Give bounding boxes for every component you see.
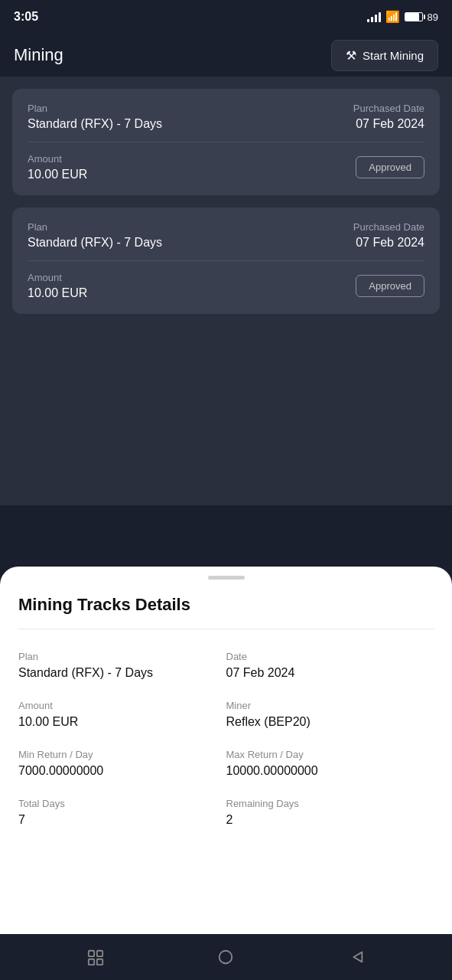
battery-percent: 89 <box>428 11 438 23</box>
detail-max-return-value: 10000.00000000 <box>226 764 434 778</box>
detail-miner-value: Reflex (BEP20) <box>226 715 434 729</box>
status-bar: 3:05 📶 89 <box>0 0 452 34</box>
detail-amount-value: 10.00 EUR <box>18 715 226 729</box>
card-2-plan-label: Plan <box>28 221 162 233</box>
card-2-amount-label: Amount <box>28 272 87 283</box>
detail-miner: Miner Reflex (BEP20) <box>226 692 434 741</box>
detail-min-return-value: 7000.00000000 <box>18 764 226 778</box>
detail-date: Date 07 Feb 2024 <box>226 643 434 692</box>
bottom-nav <box>0 934 452 980</box>
card-2-bottom-row: Amount 10.00 EUR Approved <box>28 272 424 300</box>
detail-amount-label: Amount <box>18 700 226 711</box>
detail-amount: Amount 10.00 EUR <box>18 692 226 741</box>
card-2-top-row: Plan Standard (RFX) - 7 Days Purchased D… <box>28 221 424 250</box>
start-mining-label: Start Mining <box>363 49 424 62</box>
svg-rect-2 <box>89 959 94 965</box>
card-2-divider <box>28 260 424 261</box>
svg-rect-3 <box>97 959 102 965</box>
card-1-plan-value: Standard (RFX) - 7 Days <box>28 117 162 131</box>
drag-handle[interactable] <box>208 576 245 580</box>
status-icons: 📶 89 <box>367 10 438 24</box>
svg-rect-0 <box>89 951 94 956</box>
detail-max-return-label: Max Return / Day <box>226 749 434 760</box>
page-header: Mining ⚒ Start Mining <box>0 34 452 77</box>
mining-card-2[interactable]: Plan Standard (RFX) - 7 Days Purchased D… <box>12 207 440 314</box>
card-1-date-col: Purchased Date 07 Feb 2024 <box>353 103 424 131</box>
card-2-plan-value: Standard (RFX) - 7 Days <box>28 236 162 250</box>
detail-remaining-days: Remaining Days 2 <box>226 790 434 839</box>
status-time: 3:05 <box>14 10 38 24</box>
card-1-amount-value: 10.00 EUR <box>28 168 87 181</box>
page-title: Mining <box>14 45 63 65</box>
nav-back-icon[interactable] <box>341 942 372 972</box>
detail-total-days: Total Days 7 <box>18 790 226 839</box>
nav-circle-icon[interactable] <box>210 942 241 972</box>
card-2-date-value: 07 Feb 2024 <box>353 236 424 250</box>
card-2-date-label: Purchased Date <box>353 221 424 233</box>
detail-remaining-days-label: Remaining Days <box>226 798 434 809</box>
start-mining-button[interactable]: ⚒ Start Mining <box>331 40 438 71</box>
card-2-plan-col: Plan Standard (RFX) - 7 Days <box>28 221 162 250</box>
hammer-icon: ⚒ <box>346 48 356 63</box>
mining-card-1[interactable]: Plan Standard (RFX) - 7 Days Purchased D… <box>12 89 440 195</box>
detail-max-return: Max Return / Day 10000.00000000 <box>226 741 434 790</box>
card-2-date-col: Purchased Date 07 Feb 2024 <box>353 221 424 250</box>
card-1-date-label: Purchased Date <box>353 103 424 114</box>
card-1-plan-label: Plan <box>28 103 162 114</box>
sheet-divider <box>18 629 434 629</box>
sheet-title: Mining Tracks Details <box>18 595 434 615</box>
signal-icon <box>367 11 381 22</box>
detail-total-days-label: Total Days <box>18 798 226 809</box>
detail-min-return-label: Min Return / Day <box>18 749 226 760</box>
detail-date-label: Date <box>226 651 434 662</box>
card-2-status-badge: Approved <box>356 275 424 297</box>
card-1-amount-label: Amount <box>28 153 87 165</box>
battery-icon <box>405 12 423 21</box>
detail-remaining-days-value: 2 <box>226 813 434 827</box>
wifi-icon: 📶 <box>385 10 400 24</box>
detail-grid: Plan Standard (RFX) - 7 Days Date 07 Feb… <box>18 643 434 839</box>
detail-plan-label: Plan <box>18 651 226 662</box>
detail-plan-value: Standard (RFX) - 7 Days <box>18 666 226 680</box>
card-1-amount-col: Amount 10.00 EUR <box>28 153 87 181</box>
card-1-plan-col: Plan Standard (RFX) - 7 Days <box>28 103 162 131</box>
svg-rect-1 <box>97 951 102 956</box>
detail-total-days-value: 7 <box>18 813 226 827</box>
card-2-amount-value: 10.00 EUR <box>28 286 87 300</box>
detail-min-return: Min Return / Day 7000.00000000 <box>18 741 226 790</box>
cards-area: Plan Standard (RFX) - 7 Days Purchased D… <box>0 77 452 505</box>
card-1-date-value: 07 Feb 2024 <box>353 117 424 131</box>
svg-marker-5 <box>353 952 362 962</box>
svg-point-4 <box>219 951 233 964</box>
nav-home-icon[interactable] <box>80 942 111 972</box>
bottom-sheet: Mining Tracks Details Plan Standard (RFX… <box>0 567 452 980</box>
detail-miner-label: Miner <box>226 700 434 711</box>
card-1-status-badge: Approved <box>356 156 424 178</box>
card-1-top-row: Plan Standard (RFX) - 7 Days Purchased D… <box>28 103 424 131</box>
detail-plan: Plan Standard (RFX) - 7 Days <box>18 643 226 692</box>
card-2-amount-col: Amount 10.00 EUR <box>28 272 87 300</box>
card-1-divider <box>28 142 424 142</box>
card-1-bottom-row: Amount 10.00 EUR Approved <box>28 153 424 181</box>
detail-date-value: 07 Feb 2024 <box>226 666 434 680</box>
